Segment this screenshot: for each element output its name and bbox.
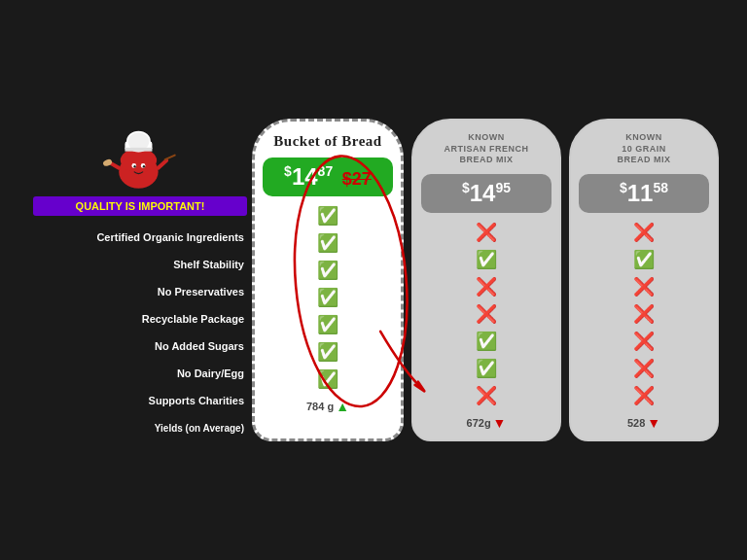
- feature-label-4: No Added Sugars: [28, 332, 252, 360]
- price-badge-featured: $1487 $27: [263, 158, 393, 196]
- left-panel: QUALITY IS IMPORTANT! Certified Organic …: [28, 119, 252, 441]
- price-symbol-artisan: $: [462, 180, 470, 195]
- product-header-10grain: KNOWN10 GRAINBREAD MIX: [571, 121, 717, 170]
- check-rows-10grain: ❌ ✅ ❌ ❌ ❌ ❌ ❌ 528 ▼: [571, 219, 717, 439]
- svg-point-5: [143, 165, 145, 167]
- check-1-artisan: ✅: [413, 246, 559, 273]
- svg-rect-9: [124, 147, 152, 151]
- product-col-10grain: KNOWN10 GRAINBREAD MIX $1158 ❌ ✅ ❌ ❌ ❌ ❌…: [569, 119, 719, 441]
- check-2-10grain: ❌: [571, 273, 717, 300]
- check-4-10grain: ❌: [571, 328, 717, 355]
- product-header-featured: Bucket of Bread: [255, 122, 401, 154]
- feature-label-3: Recyclable Package: [28, 305, 252, 332]
- check-2-artisan: ❌: [413, 273, 559, 300]
- check-rows-artisan: ❌ ✅ ❌ ❌ ✅ ✅ ❌ 672g ▼: [413, 219, 559, 439]
- product-title-featured: Bucket of Bread: [263, 133, 393, 150]
- price-symbol-10grain: $: [620, 180, 627, 195]
- check-6-10grain: ❌: [571, 382, 717, 409]
- yield-10grain: 528 ▼: [571, 409, 717, 437]
- check-1-featured: ✅: [255, 229, 401, 257]
- check-1-10grain: ✅: [571, 246, 717, 273]
- check-2-featured: ✅: [255, 257, 401, 284]
- yield-artisan: 672g ▼: [413, 409, 559, 437]
- product-title-artisan: KNOWNARTISAN FRENCHBREAD MIX: [421, 132, 551, 166]
- svg-line-11: [159, 160, 167, 168]
- price-cents-10grain: 58: [653, 180, 668, 195]
- check-3-10grain: ❌: [571, 300, 717, 328]
- price-main-artisan: 14: [470, 180, 496, 206]
- svg-line-13: [165, 155, 175, 159]
- check-4-featured: ✅: [255, 311, 401, 338]
- mascot-area: [28, 119, 252, 196]
- feature-label-6: Supports Charities: [28, 387, 252, 414]
- check-5-featured: ✅: [255, 338, 401, 366]
- check-3-artisan: ❌: [413, 300, 559, 328]
- yield-arrow-featured: ▲: [336, 399, 349, 414]
- yield-featured: 784 g ▲: [255, 393, 401, 420]
- feature-label-5: No Dairy/Egg: [28, 360, 252, 387]
- products-area: Bucket of Bread $1487 $27 ✅ ✅ ✅ ✅ ✅ ✅ ✅ …: [252, 119, 719, 441]
- feature-label-1: Shelf Stability: [28, 251, 252, 278]
- mascot-icon: [101, 126, 179, 194]
- price-symbol-featured: $: [284, 163, 292, 179]
- yield-value-10grain: 528: [627, 417, 645, 429]
- check-0-featured: ✅: [255, 202, 401, 229]
- check-rows-featured: ✅ ✅ ✅ ✅ ✅ ✅ ✅ 784 g ▲: [255, 202, 401, 439]
- check-3-featured: ✅: [255, 284, 401, 311]
- check-6-featured: ✅: [255, 366, 401, 393]
- check-6-artisan: ❌: [413, 382, 559, 409]
- product-col-artisan: KNOWNARTISAN FRENCHBREAD MIX $1495 ❌ ✅ ❌…: [411, 119, 561, 441]
- svg-point-12: [102, 158, 113, 166]
- product-header-artisan: KNOWNARTISAN FRENCHBREAD MIX: [413, 121, 559, 170]
- price-main-10grain: 11: [627, 180, 654, 206]
- feature-label-2: No Preservatives: [28, 278, 252, 305]
- check-5-10grain: ❌: [571, 355, 717, 382]
- quality-badge: QUALITY IS IMPORTANT!: [33, 196, 247, 216]
- price-cents-featured: 87: [318, 163, 334, 179]
- product-col-featured: Bucket of Bread $1487 $27 ✅ ✅ ✅ ✅ ✅ ✅ ✅ …: [252, 119, 404, 441]
- check-0-artisan: ❌: [413, 219, 559, 246]
- product-title-10grain: KNOWN10 GRAINBREAD MIX: [579, 132, 709, 166]
- check-5-artisan: ✅: [413, 355, 559, 382]
- yield-value-artisan: 672g: [467, 417, 491, 429]
- yield-arrow-artisan: ▼: [493, 415, 507, 431]
- feature-labels: Certified Organic Ingredients Shelf Stab…: [28, 224, 252, 441]
- svg-point-4: [133, 165, 135, 167]
- check-0-10grain: ❌: [571, 219, 717, 246]
- price-badge-10grain: $1158: [579, 174, 709, 213]
- feature-label-7: Yields (on Average): [28, 414, 252, 441]
- price-badge-artisan: $1495: [421, 174, 551, 213]
- price-cents-artisan: 95: [495, 180, 511, 195]
- price-old-featured: $27: [342, 169, 372, 189]
- yield-value-featured: 784 g: [306, 401, 334, 412]
- yield-arrow-10grain: ▼: [647, 415, 660, 431]
- check-4-artisan: ✅: [413, 328, 559, 355]
- feature-label-0: Certified Organic Ingredients: [28, 224, 252, 251]
- price-main-featured: 14: [292, 163, 318, 190]
